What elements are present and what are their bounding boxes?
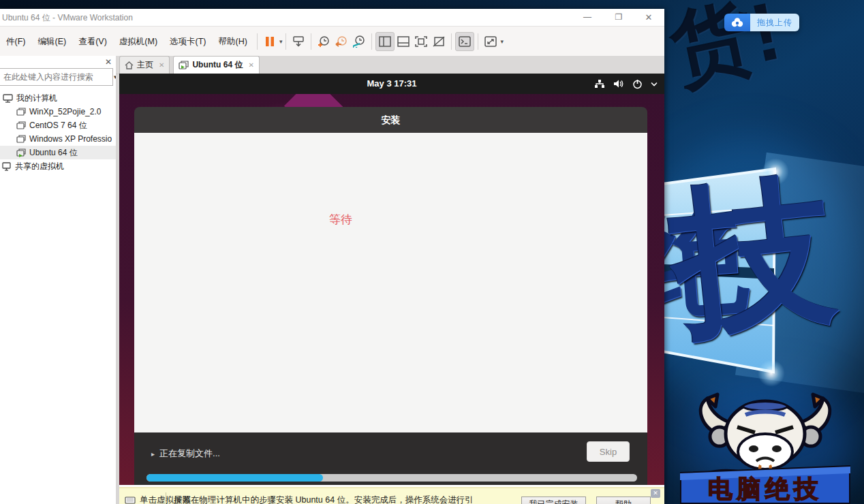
fit-guest-button[interactable] bbox=[482, 33, 499, 50]
thumbnail-bar-icon bbox=[397, 36, 410, 47]
tab-label: 主页 bbox=[137, 59, 153, 71]
chevron-down-icon[interactable] bbox=[651, 82, 658, 86]
library-toggle-button[interactable] bbox=[375, 32, 395, 51]
pause-vm-button[interactable] bbox=[261, 33, 279, 50]
computer-icon bbox=[3, 94, 13, 103]
vm-tree: 我的计算机 WinXp_52Pojie_2.0 CentOS 7 64 位 bbox=[0, 91, 116, 173]
ubuntu-clock[interactable]: May 3 17:31 bbox=[119, 74, 664, 94]
sidebar-item-centos7[interactable]: CentOS 7 64 位 bbox=[0, 119, 116, 132]
tab-ubuntu64[interactable]: Ubuntu 64 位 ✕ bbox=[173, 56, 259, 74]
ctrl-alt-del-icon bbox=[292, 35, 305, 48]
menu-edit[interactable]: 编辑(E) bbox=[31, 33, 72, 50]
hint-message: 按照在物理计算机中的步骤安装 Ubuntu 64 位。安装完成后，操作系统会进行… bbox=[174, 494, 474, 504]
tab-close-icon[interactable]: ✕ bbox=[159, 61, 164, 69]
vm-icon bbox=[16, 135, 26, 143]
hint-close-icon[interactable]: ✕ bbox=[651, 489, 660, 498]
menu-file[interactable]: 件(F) bbox=[0, 33, 31, 50]
pause-dropdown-arrow[interactable]: ▾ bbox=[279, 38, 283, 45]
toolbar-separator bbox=[286, 33, 286, 50]
unity-mode-button[interactable] bbox=[430, 33, 448, 50]
tree-label: 我的计算机 bbox=[16, 93, 57, 104]
send-ctrl-alt-del-button[interactable] bbox=[290, 33, 307, 50]
title-bar: Ubuntu 64 位 - VMware Workstation — ❐ ✕ bbox=[0, 9, 664, 27]
menu-view[interactable]: 查看(V) bbox=[72, 33, 113, 50]
volume-icon[interactable] bbox=[613, 79, 624, 89]
vm-icon bbox=[16, 108, 26, 116]
help-button[interactable]: 帮助 bbox=[596, 497, 651, 504]
screen: { "desktop": { "upload_button_label": "拖… bbox=[0, 0, 864, 504]
fit-expand-icon bbox=[484, 36, 497, 47]
menu-tabs[interactable]: 选项卡(T) bbox=[164, 33, 212, 50]
pause-icon bbox=[265, 36, 275, 47]
toolbar-separator bbox=[451, 33, 452, 50]
console-view-button[interactable] bbox=[455, 32, 474, 51]
install-progress-bar bbox=[146, 474, 637, 482]
take-snapshot-button[interactable] bbox=[315, 33, 333, 50]
tree-label: Ubuntu 64 位 bbox=[29, 147, 78, 159]
snapshot-revert-icon bbox=[335, 35, 348, 48]
hint-divider bbox=[166, 492, 166, 504]
revert-snapshot-button[interactable] bbox=[333, 33, 350, 50]
snapshot-manager-button[interactable] bbox=[350, 33, 368, 50]
window-title: Ubuntu 64 位 - VMware Workstation bbox=[2, 12, 133, 24]
sidebar-item-windows-xp[interactable]: Windows XP Professio bbox=[0, 132, 116, 146]
toolbar-separator bbox=[311, 33, 311, 50]
network-icon[interactable] bbox=[594, 79, 605, 89]
installer-footer: ▸ 正在复制文件... Skip bbox=[134, 432, 647, 485]
vm-tab-icon bbox=[179, 61, 189, 69]
wallpaper-glyph-ji: 技 bbox=[665, 168, 841, 343]
close-button[interactable]: ✕ bbox=[634, 9, 664, 26]
fullscreen-icon bbox=[415, 36, 427, 47]
sidebar-item-shared-vms[interactable]: 共享的虚拟机 bbox=[0, 159, 116, 173]
menu-toolbar-row: 件(F) 编辑(E) 查看(V) 虚拟机(M) 选项卡(T) 帮助(H) ▾ bbox=[0, 27, 664, 57]
shared-vms-icon bbox=[1, 162, 12, 171]
skip-button[interactable]: Skip bbox=[587, 441, 630, 462]
bull-mascot-logo: 电脑绝技 bbox=[680, 392, 850, 504]
menu-vm[interactable]: 虚拟机(M) bbox=[113, 33, 164, 50]
virtual-screen-icon bbox=[125, 497, 136, 504]
minimize-button[interactable]: — bbox=[572, 9, 602, 26]
library-search-box[interactable]: ▾ bbox=[0, 68, 113, 86]
sidebar-item-my-computer[interactable]: 我的计算机 bbox=[0, 91, 116, 105]
fullscreen-button[interactable] bbox=[412, 33, 430, 50]
library-sidebar: ✕ ▾ 我的计算机 bbox=[0, 56, 119, 504]
search-dropdown-arrow[interactable]: ▾ bbox=[110, 74, 119, 80]
fit-dropdown-arrow[interactable]: ▾ bbox=[500, 38, 504, 45]
installer-body: 等待 bbox=[134, 133, 647, 432]
sidebar-item-ubuntu64[interactable]: Ubuntu 64 位 bbox=[0, 146, 116, 159]
tab-close-icon[interactable]: ✕ bbox=[248, 61, 253, 69]
netdisk-upload-button[interactable]: 拖拽上传 bbox=[724, 14, 799, 31]
thumbnail-bar-button[interactable] bbox=[395, 33, 412, 50]
console-icon bbox=[459, 36, 471, 47]
tab-home[interactable]: 主页 ✕ bbox=[119, 56, 170, 74]
search-input[interactable] bbox=[2, 72, 110, 82]
vm-running-icon bbox=[16, 148, 26, 157]
vm-icon bbox=[16, 121, 26, 129]
copy-status-text: 正在复制文件... bbox=[159, 447, 220, 460]
vm-console-screen[interactable]: May 3 17:31 bbox=[119, 74, 664, 485]
bull-banner-text: 电脑绝技 bbox=[708, 475, 822, 503]
toolbar-separator bbox=[478, 33, 478, 50]
caret-right-icon: ▸ bbox=[151, 450, 155, 458]
tab-label: Ubuntu 64 位 bbox=[192, 59, 243, 71]
finished-installing-button[interactable]: 我已完成安装 bbox=[521, 497, 586, 504]
tree-label: Windows XP Professio bbox=[29, 134, 112, 144]
tree-label: WinXp_52Pojie_2.0 bbox=[29, 107, 101, 116]
ubuntu-top-bar: May 3 17:31 bbox=[119, 74, 664, 94]
snapshot-manager-icon bbox=[353, 35, 365, 48]
home-icon bbox=[125, 61, 134, 69]
copy-status[interactable]: ▸ 正在复制文件... bbox=[151, 447, 220, 460]
installer-title: 安装 bbox=[134, 107, 647, 133]
menu-help[interactable]: 帮助(H) bbox=[213, 33, 253, 50]
sidebar-item-winxp-52pojie[interactable]: WinXp_52Pojie_2.0 bbox=[0, 105, 116, 119]
hint-bar: 单击虚拟屏幕 按照在物理计算机中的步骤安装 Ubuntu 64 位。安装完成后，… bbox=[119, 487, 664, 504]
sidebar-close-icon[interactable]: ✕ bbox=[105, 57, 112, 67]
maximize-button[interactable]: ❐ bbox=[604, 9, 634, 26]
install-progress-fill bbox=[146, 474, 323, 482]
unity-mode-icon bbox=[433, 36, 445, 47]
upload-button-label: 拖拽上传 bbox=[750, 14, 799, 31]
library-panel-icon bbox=[379, 36, 391, 47]
glow-point bbox=[758, 360, 785, 387]
snapshot-clock-plus-icon bbox=[318, 35, 330, 48]
power-icon[interactable] bbox=[632, 79, 643, 89]
